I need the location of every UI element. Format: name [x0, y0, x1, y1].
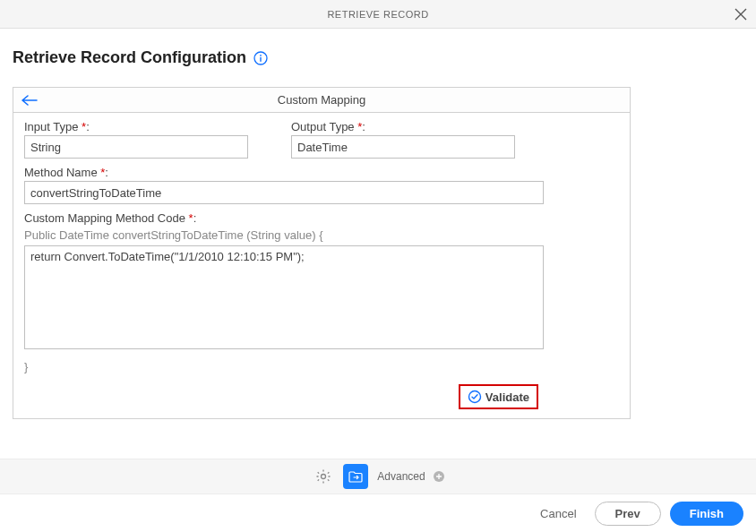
- panel-header: Custom Mapping: [13, 88, 630, 113]
- close-icon: [735, 8, 747, 21]
- content-wrapper: Retrieve Record Configuration Custom Map…: [0, 29, 756, 419]
- code-group: Custom Mapping Method Code *: Public Dat…: [24, 211, 619, 373]
- prev-button[interactable]: Prev: [595, 502, 661, 526]
- custom-mapping-panel: Custom Mapping Input Type *: Output Type…: [13, 87, 631, 419]
- validate-row: Validate: [24, 384, 619, 409]
- modal-header: RETRIEVE RECORD: [0, 0, 756, 29]
- finish-button[interactable]: Finish: [670, 502, 743, 526]
- input-type-label: Input Type *:: [24, 120, 248, 133]
- settings-button[interactable]: [311, 464, 336, 489]
- input-type-label-text: Input Type: [24, 120, 78, 133]
- colon: :: [193, 211, 197, 225]
- bottom-toolbar: Advanced: [0, 459, 756, 494]
- panel-header-title: Custom Mapping: [278, 93, 365, 107]
- input-type-field[interactable]: [24, 135, 248, 159]
- advanced-plus-button[interactable]: [433, 470, 445, 483]
- method-name-label: Method Name *:: [24, 166, 619, 179]
- colon: :: [86, 120, 90, 133]
- arrow-left-icon: [21, 94, 39, 107]
- info-icon[interactable]: [253, 51, 268, 65]
- svg-point-1: [260, 54, 262, 56]
- output-type-label: Output Type *:: [291, 120, 515, 133]
- method-signature: Public DateTime convertStringToDateTime …: [24, 228, 619, 242]
- code-label-text: Custom Mapping Method Code: [24, 211, 185, 225]
- output-type-group: Output Type *:: [291, 120, 515, 159]
- folder-button[interactable]: [343, 464, 368, 489]
- svg-point-4: [322, 475, 326, 479]
- input-type-group: Input Type *:: [24, 120, 248, 159]
- close-button[interactable]: [733, 6, 749, 22]
- colon: :: [105, 166, 108, 179]
- svg-rect-2: [260, 56, 261, 61]
- code-label: Custom Mapping Method Code *:: [24, 211, 619, 225]
- advanced-label: Advanced: [377, 470, 425, 483]
- page-title: Retrieve Record Configuration: [13, 48, 246, 67]
- colon: :: [362, 120, 365, 133]
- form-row-types: Input Type *: Output Type *:: [24, 120, 619, 159]
- modal-header-title: RETRIEVE RECORD: [327, 9, 428, 20]
- output-type-field[interactable]: [291, 135, 515, 159]
- method-name-label-text: Method Name: [24, 166, 98, 179]
- method-name-group: Method Name *:: [24, 166, 619, 204]
- page-title-row: Retrieve Record Configuration: [13, 48, 743, 67]
- validate-label: Validate: [485, 390, 529, 404]
- method-name-field[interactable]: [24, 181, 544, 204]
- check-circle-icon: [468, 390, 482, 404]
- folder-arrow-icon: [348, 468, 364, 485]
- panel-body: Input Type *: Output Type *: Method Name…: [13, 113, 630, 418]
- footer: Cancel Prev Finish: [0, 494, 756, 532]
- output-type-label-text: Output Type: [291, 120, 355, 133]
- cancel-button[interactable]: Cancel: [531, 502, 585, 526]
- gear-icon: [315, 468, 331, 485]
- validate-button[interactable]: Validate: [459, 384, 538, 409]
- code-textarea[interactable]: [24, 245, 544, 349]
- closing-brace: }: [24, 360, 619, 373]
- back-button[interactable]: [21, 94, 39, 107]
- plus-circle-icon: [433, 470, 445, 483]
